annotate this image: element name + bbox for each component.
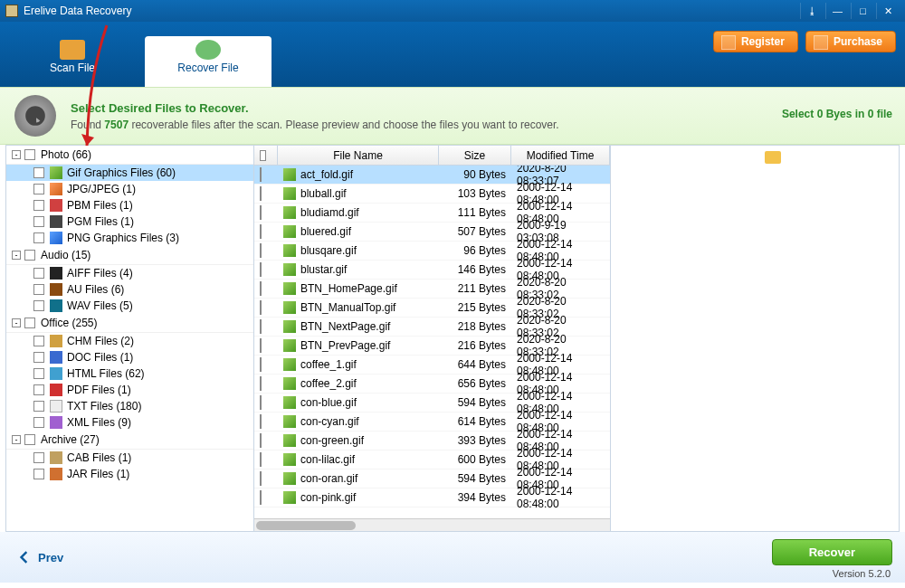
gif-icon [283,339,296,352]
select-all-checkbox[interactable] [260,150,266,161]
tree-category[interactable]: -Photo (66) [6,146,253,165]
tab-scan-label: Scan File [50,62,95,74]
maximize-button[interactable]: □ [851,3,874,19]
item-checkbox[interactable] [33,268,44,279]
collapse-toggle[interactable]: - [12,318,21,327]
item-checkbox[interactable] [33,284,44,295]
file-size: 507 Bytes [439,225,511,238]
file-checkbox[interactable] [260,433,262,448]
horizontal-scrollbar[interactable] [254,518,610,531]
tree-item[interactable]: XML Files (9) [6,414,253,431]
tree-item[interactable]: DOC Files (1) [6,349,253,365]
item-checkbox[interactable] [33,401,44,412]
col-modified[interactable]: Modified Time [511,146,610,165]
file-checkbox[interactable] [260,281,262,296]
file-name: BTN_PrevPage.gif [300,339,390,352]
file-checkbox[interactable] [260,262,262,277]
file-checkbox[interactable] [260,186,262,201]
file-checkbox[interactable] [260,224,262,239]
file-size: 103 Bytes [439,187,511,200]
file-checkbox[interactable] [260,471,262,486]
item-checkbox[interactable] [33,300,44,311]
file-table-body[interactable]: act_fold.gif90 Bytes2020-8-20 08:33:07bl… [254,166,610,518]
gif-icon [283,263,296,276]
tree-category[interactable]: -Office (255) [6,314,253,333]
doc-icon [50,351,62,364]
item-checkbox[interactable] [33,452,44,463]
category-checkbox[interactable] [24,434,35,445]
collapse-toggle[interactable]: - [12,251,21,260]
tree-item[interactable]: TXT Files (180) [6,398,253,414]
item-checkbox[interactable] [33,216,44,227]
item-checkbox[interactable] [33,352,44,363]
download-icon[interactable]: ⭳ [800,3,824,19]
item-checkbox[interactable] [33,200,44,211]
gif-icon [50,166,62,179]
tree-item[interactable]: AU Files (6) [6,281,253,298]
tree-item[interactable]: PNG Graphics Files (3) [6,230,253,246]
file-checkbox[interactable] [260,167,262,182]
tree-item[interactable]: PDF Files (1) [6,382,253,398]
file-checkbox[interactable] [260,338,262,353]
file-checkbox[interactable] [260,395,262,410]
tree-item[interactable]: HTML Files (62) [6,365,253,382]
item-checkbox[interactable] [33,469,44,479]
gif-icon [283,434,296,447]
close-button[interactable]: ✕ [876,3,900,19]
file-checkbox[interactable] [260,300,262,315]
file-checkbox[interactable] [260,243,262,258]
prev-button[interactable]: Prev [14,548,63,566]
file-row[interactable]: con-pink.gif394 Bytes2000-12-14 08:48:00 [254,488,610,507]
tree-item[interactable]: Gif Graphics Files (60) [6,165,253,181]
purchase-button[interactable]: Purchase [805,31,896,52]
file-checkbox[interactable] [260,452,262,467]
tree-item[interactable]: WAV Files (5) [6,298,253,314]
app-title: Erelive Data Recovery [24,5,131,17]
item-label: CAB Files (1) [67,451,131,464]
collapse-toggle[interactable]: - [12,435,21,444]
minimize-button[interactable]: — [825,3,849,19]
chm-icon [50,335,62,347]
tree-category[interactable]: -Archive (27) [6,431,253,450]
col-filename[interactable]: File Name [278,146,439,165]
tree-item[interactable]: PGM Files (1) [6,213,253,230]
recover-button[interactable]: Recover [772,539,892,565]
item-label: AIFF Files (4) [67,267,133,280]
tree-item[interactable]: JAR Files (1) [6,466,253,482]
item-label: PGM Files (1) [67,215,134,228]
category-checkbox[interactable] [24,318,35,328]
item-checkbox[interactable] [33,184,44,194]
tab-recover-file[interactable]: Recover File [145,36,272,87]
tree-category[interactable]: -Audio (15) [6,246,253,265]
tree-item[interactable]: AIFF Files (4) [6,265,253,281]
item-checkbox[interactable] [33,417,44,428]
tree-item[interactable]: CAB Files (1) [6,450,253,466]
file-checkbox[interactable] [260,205,262,220]
col-size[interactable]: Size [439,146,511,165]
file-checkbox[interactable] [260,490,262,505]
jpg-icon [50,183,62,195]
item-checkbox[interactable] [33,384,44,395]
gif-icon [283,472,296,485]
tree-item[interactable]: PBM Files (1) [6,197,253,213]
gif-icon [283,301,296,314]
tab-scan-file[interactable]: Scan File [9,36,136,87]
item-checkbox[interactable] [33,368,44,379]
category-checkbox[interactable] [24,250,35,261]
tree-item[interactable]: JPG/JPEG (1) [6,181,253,197]
tree-item[interactable]: CHM Files (2) [6,333,253,349]
item-checkbox[interactable] [33,336,44,346]
file-checkbox[interactable] [260,319,262,334]
selection-summary: Select 0 Byes in 0 file [782,108,892,120]
collapse-toggle[interactable]: - [12,150,21,159]
file-checkbox[interactable] [260,357,262,372]
category-checkbox[interactable] [24,149,35,160]
item-checkbox[interactable] [33,232,44,243]
file-checkbox[interactable] [260,376,262,391]
item-checkbox[interactable] [33,167,44,178]
gif-icon [283,320,296,333]
category-tree[interactable]: -Photo (66)Gif Graphics Files (60)JPG/JP… [6,146,254,531]
file-name: act_fold.gif [300,168,353,181]
register-button[interactable]: Register [713,31,798,52]
file-checkbox[interactable] [260,414,262,429]
